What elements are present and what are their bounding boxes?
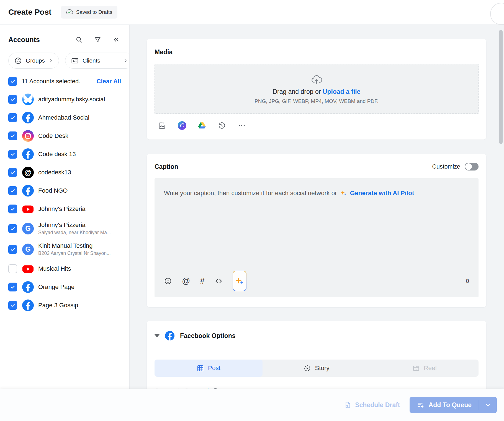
tab-post[interactable]: Post	[155, 360, 263, 377]
code-icon	[215, 277, 223, 285]
account-checkbox[interactable]	[8, 150, 17, 159]
add-to-queue-label: Add To Queue	[429, 401, 472, 409]
facebook-options-title: Facebook Options	[180, 332, 236, 340]
account-subtitle: B203 Aaryan Crystal Nr Shayon...	[38, 250, 111, 256]
clients-button[interactable]: Clients	[65, 53, 130, 69]
schedule-draft-button[interactable]: Schedule Draft	[344, 401, 400, 409]
clear-all-link[interactable]: Clear All	[97, 78, 121, 85]
customize-toggle[interactable]	[465, 163, 479, 171]
account-name: Johnny's Pizzeria	[38, 221, 111, 229]
media-title: Media	[155, 48, 479, 56]
app-header: Create Post Saved to Drafts	[0, 0, 504, 24]
schedule-draft-label: Schedule Draft	[355, 401, 400, 409]
accounts-title: Accounts	[8, 36, 40, 44]
account-row[interactable]: Ahmedabad Social	[0, 109, 129, 127]
facebook-icon	[22, 148, 34, 160]
emoji-button[interactable]	[164, 277, 172, 285]
account-row[interactable]: Musical Hits	[0, 260, 129, 278]
account-name: Ahmedabad Social	[38, 114, 89, 121]
add-image-button[interactable]	[157, 121, 167, 130]
account-row[interactable]: Page 3 Gossip	[0, 296, 129, 314]
account-checkbox[interactable]	[8, 301, 17, 310]
account-name: adityadummy.bsky.social	[38, 96, 105, 103]
vertical-scrollbar[interactable]	[499, 30, 503, 144]
account-row[interactable]: Code Desk	[0, 127, 129, 145]
google-drive-button[interactable]	[197, 121, 207, 130]
account-name: Musical Hits	[38, 265, 71, 272]
filter-icon[interactable]	[94, 36, 101, 43]
chevron-right-icon	[48, 58, 53, 63]
queue-dropdown-button[interactable]	[479, 397, 497, 413]
drag-drop-text: Drag and drop or	[272, 88, 321, 95]
groups-button[interactable]: Groups	[8, 53, 59, 69]
account-name: Johnny's Pizzeria	[38, 205, 86, 213]
collapse-caret-icon[interactable]	[155, 334, 160, 337]
canva-button[interactable]: C	[177, 121, 187, 130]
facebook-icon	[165, 331, 174, 340]
collapse-sidebar-icon[interactable]	[112, 36, 120, 43]
account-row[interactable]: Johnny's Pizzeria	[0, 200, 129, 218]
youtube-icon	[22, 203, 34, 215]
account-row[interactable]: Orange Page	[0, 278, 129, 296]
account-checkbox[interactable]	[8, 205, 17, 213]
ai-sparkle-icon	[235, 276, 244, 286]
account-row[interactable]: GJohnny's PizzeriaSaiyad wada, near Khod…	[0, 218, 129, 239]
bluesky-icon	[22, 94, 34, 105]
saved-badge-label: Saved to Drafts	[76, 9, 112, 15]
account-row[interactable]: Food NGO	[0, 182, 129, 200]
media-formats-text: PNG, JPG, GIF, WEBP, MP4, MOV, WEBM and …	[254, 98, 379, 104]
account-row[interactable]: GKinit Manual TestingB203 Aaryan Crystal…	[0, 239, 129, 260]
account-checkbox[interactable]	[8, 113, 17, 122]
account-row[interactable]: Code desk 13	[0, 145, 129, 163]
header-circle-button[interactable]	[490, 3, 504, 25]
account-checkbox[interactable]	[8, 131, 17, 140]
facebook-icon	[22, 281, 34, 293]
upload-file-link[interactable]: Upload a file	[323, 88, 361, 95]
account-row[interactable]: @codedesk13	[0, 163, 129, 182]
account-checkbox[interactable]	[8, 224, 17, 233]
tab-label: Story	[315, 365, 330, 372]
main-content: Media Drag and drop or Upload a file PNG…	[130, 25, 504, 421]
tab-reel[interactable]: Reel	[371, 360, 479, 377]
canva-icon: C	[178, 121, 186, 130]
mention-button[interactable]: @	[182, 277, 190, 285]
upload-cloud-icon	[310, 74, 323, 86]
facebook-icon	[22, 299, 34, 311]
media-section: Media Drag and drop or Upload a file PNG…	[147, 39, 486, 140]
clients-label: Clients	[83, 57, 100, 64]
select-all-checkbox[interactable]	[8, 77, 17, 86]
caption-input[interactable]: Write your caption, then customize it fo…	[155, 178, 479, 297]
account-checkbox[interactable]	[8, 186, 17, 195]
media-dropzone[interactable]: Drag and drop or Upload a file PNG, JPG,…	[155, 64, 479, 114]
saved-to-drafts-badge: Saved to Drafts	[61, 6, 117, 19]
more-options-button[interactable]	[237, 121, 246, 130]
facebook-icon	[22, 185, 34, 197]
generate-ai-pilot-link[interactable]: Generate with AI Pilot	[350, 190, 414, 197]
account-checkbox[interactable]	[8, 264, 17, 273]
caption-title: Caption	[155, 163, 178, 171]
accounts-sidebar: Accounts	[0, 25, 130, 389]
youtube-icon	[22, 263, 34, 275]
add-to-queue-button[interactable]: Add To Queue	[410, 397, 497, 413]
account-name: Code Desk	[38, 132, 68, 140]
account-checkbox[interactable]	[8, 283, 17, 291]
customize-label: Customize	[432, 163, 460, 170]
google-icon: G	[22, 223, 34, 234]
accounts-list: adityadummy.bsky.socialAhmedabad SocialC…	[0, 90, 129, 314]
media-history-button[interactable]	[217, 121, 227, 130]
tab-label: Post	[208, 365, 220, 372]
account-checkbox[interactable]	[8, 245, 17, 254]
account-checkbox[interactable]	[8, 168, 17, 177]
search-icon[interactable]	[75, 36, 83, 43]
account-row[interactable]: adityadummy.bsky.social	[0, 90, 129, 109]
chevron-right-icon	[123, 58, 128, 63]
account-checkbox[interactable]	[8, 95, 17, 104]
code-snippet-button[interactable]	[215, 277, 223, 285]
reel-icon	[412, 365, 420, 372]
tab-story[interactable]: Story	[263, 360, 371, 377]
caption-section: Caption Customize Write your caption, th…	[147, 154, 486, 307]
clients-icon	[71, 57, 79, 65]
hashtag-button[interactable]: #	[200, 277, 204, 285]
ai-pilot-button[interactable]	[233, 271, 246, 291]
cloud-check-icon	[66, 9, 73, 16]
